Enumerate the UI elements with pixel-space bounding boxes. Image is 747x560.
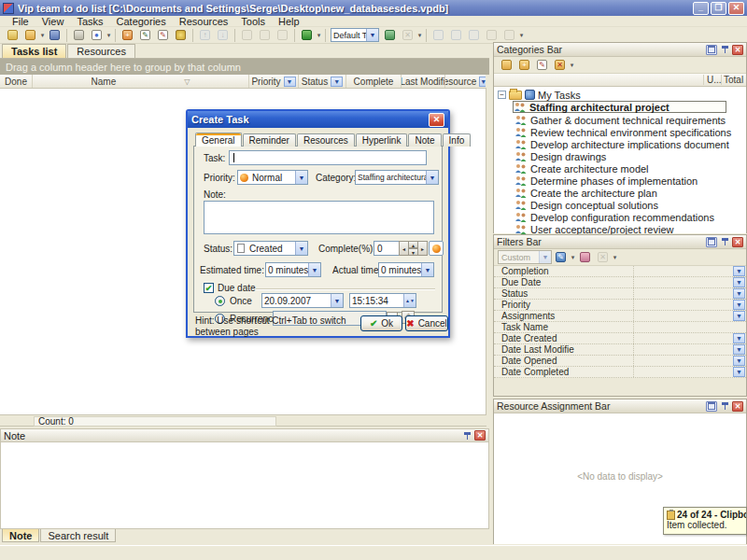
category-item[interactable]: Staffing architectural project bbox=[513, 101, 726, 113]
dialog-close-icon[interactable]: ✕ bbox=[429, 113, 444, 127]
print-icon[interactable] bbox=[71, 28, 87, 42]
unassign-resource-icon[interactable] bbox=[448, 28, 464, 42]
column-date-last-modified[interactable]: te Last Modifi▼ bbox=[402, 75, 445, 88]
priority-dropdown-icon[interactable]: ▼ bbox=[295, 171, 307, 184]
menu-tasks[interactable]: Tasks bbox=[70, 16, 109, 27]
column-priority[interactable]: Priority▼ bbox=[249, 75, 299, 88]
key-icon[interactable] bbox=[173, 28, 189, 42]
filter-row-status[interactable]: Status▼ bbox=[494, 288, 746, 300]
ok-button[interactable]: ✔ Ok bbox=[360, 315, 402, 331]
status-filter-icon[interactable]: ▼ bbox=[331, 77, 343, 87]
save-icon[interactable] bbox=[47, 28, 63, 42]
filter-row-priority[interactable]: Priority▼ bbox=[494, 300, 746, 311]
category-item[interactable]: Review technical environment specificati… bbox=[514, 126, 731, 138]
filter-row-date-created[interactable]: Date Created▼ bbox=[494, 333, 746, 344]
uncomplete-task-icon[interactable] bbox=[257, 28, 273, 42]
delete-task-icon[interactable]: ✎ bbox=[155, 28, 171, 42]
priority-combo[interactable]: Normal ▼ bbox=[237, 170, 308, 185]
filters-maximize-icon[interactable] bbox=[706, 237, 717, 247]
open-database-icon[interactable] bbox=[22, 28, 38, 42]
column-name[interactable]: Name▽ bbox=[33, 75, 249, 88]
delete-view-icon[interactable]: ✕ bbox=[400, 28, 416, 42]
edit-task-icon[interactable]: ✎ bbox=[137, 28, 153, 42]
column-unread[interactable]: U... bbox=[707, 75, 722, 85]
once-time-spinner[interactable]: 15:15:34 ▲▼ bbox=[349, 293, 416, 308]
filters-overflow-icon[interactable]: ▾ bbox=[612, 254, 618, 261]
group-by-band[interactable]: Drag a column header here to group by th… bbox=[0, 59, 489, 75]
filter-preset-combo[interactable]: Custom ▼ bbox=[498, 250, 552, 264]
dialog-tab-reminder[interactable]: Reminder bbox=[243, 133, 296, 147]
new-category-icon[interactable] bbox=[499, 58, 514, 72]
filter-dropdown-icon[interactable]: ▼ bbox=[733, 367, 745, 377]
filter-row-date-completed[interactable]: Date Completed▼ bbox=[494, 367, 746, 378]
note-close-icon[interactable]: ✕ bbox=[474, 430, 486, 441]
complete-task-icon[interactable] bbox=[239, 28, 255, 42]
category-item[interactable]: Develop configuration recommendations bbox=[514, 211, 714, 223]
dialog-tab-general[interactable]: General bbox=[195, 133, 242, 147]
actual-dropdown-icon[interactable]: ▼ bbox=[421, 263, 433, 276]
category-item[interactable]: Create the architecture plan bbox=[514, 187, 657, 199]
minimize-button[interactable]: _ bbox=[693, 2, 709, 15]
status-dropdown-icon[interactable]: ▼ bbox=[295, 242, 307, 255]
new-task-icon[interactable]: + bbox=[120, 28, 135, 42]
tree-root[interactable]: − My Tasks bbox=[498, 89, 581, 101]
menu-help[interactable]: Help bbox=[272, 16, 306, 27]
filter-dropdown-icon[interactable]: ▼ bbox=[733, 288, 745, 299]
actual-time-combo[interactable]: 0 minutes ▼ bbox=[378, 262, 434, 277]
category-dropdown-icon[interactable]: ▼ bbox=[426, 171, 438, 184]
task-view-combo[interactable]: Default Task V ▼ bbox=[331, 28, 379, 42]
category-item[interactable]: Determine phases of implementation bbox=[514, 175, 698, 187]
filter-row-due-date[interactable]: Due Date▼ bbox=[494, 277, 746, 288]
menu-file[interactable]: File bbox=[6, 16, 35, 27]
categories-close-icon[interactable]: ✕ bbox=[732, 45, 743, 55]
resource-close-icon[interactable]: ✕ bbox=[732, 401, 743, 412]
resource-dropdown-icon[interactable]: ▾ bbox=[518, 32, 525, 39]
note-pin-icon[interactable] bbox=[461, 430, 472, 441]
complete-reset-icon[interactable] bbox=[429, 241, 444, 256]
categories-overflow-icon[interactable]: ▾ bbox=[569, 62, 575, 69]
new-database-icon[interactable] bbox=[5, 28, 21, 42]
resource-pin-icon[interactable] bbox=[719, 401, 730, 412]
column-total[interactable]: Total bbox=[724, 75, 743, 85]
filters-close-icon[interactable]: ✕ bbox=[732, 237, 743, 247]
resource-list-icon[interactable] bbox=[466, 28, 482, 42]
dialog-tab-hyperlink[interactable]: Hyperlink bbox=[356, 133, 408, 147]
cancel-button[interactable]: ✖ Cancel bbox=[405, 315, 448, 331]
set-filter-icon[interactable]: ✎ bbox=[553, 250, 569, 264]
note-panel-body[interactable] bbox=[0, 442, 489, 529]
status-combo[interactable]: Created ▼ bbox=[233, 241, 308, 256]
estimated-dropdown-icon[interactable]: ▼ bbox=[308, 263, 320, 276]
time-spin-icons[interactable]: ▲▼ bbox=[403, 294, 416, 307]
column-complete[interactable]: Complete bbox=[346, 75, 402, 88]
spin-right-icon[interactable]: ▸ bbox=[417, 241, 428, 256]
print-preview-icon[interactable]: ● bbox=[89, 28, 105, 42]
apply-view-icon[interactable] bbox=[382, 28, 398, 42]
tab-search-result[interactable]: Search result bbox=[40, 529, 116, 542]
filter-row-completion[interactable]: Completion▼ bbox=[494, 266, 746, 277]
menu-tools[interactable]: Tools bbox=[234, 16, 272, 27]
filter-dropdown-icon[interactable]: ▼ bbox=[733, 277, 745, 287]
view-dropdown-icon[interactable]: ▾ bbox=[416, 32, 423, 39]
notification-dropdown-icon[interactable]: ▾ bbox=[316, 32, 322, 39]
filter-row-assignments[interactable]: Assignments▼ bbox=[494, 311, 746, 322]
resource-maximize-icon[interactable] bbox=[706, 401, 717, 412]
filter-dropdown-icon[interactable]: ▼ bbox=[733, 333, 745, 343]
note-textarea[interactable] bbox=[204, 201, 434, 234]
resource-filter-icon[interactable]: ▼ bbox=[479, 77, 486, 87]
complete-input[interactable]: 0 bbox=[374, 241, 400, 256]
move-down-icon[interactable]: ↓ bbox=[215, 28, 231, 42]
once-radio[interactable] bbox=[215, 296, 225, 306]
filter-dropdown-icon[interactable]: ▼ bbox=[733, 311, 745, 321]
estimated-time-combo[interactable]: 0 minutes ▼ bbox=[265, 262, 321, 277]
filter-preset-dropdown-icon[interactable]: ▼ bbox=[539, 251, 551, 263]
category-item[interactable]: Create architecture model bbox=[514, 162, 649, 175]
collapse-icon[interactable]: − bbox=[498, 91, 506, 99]
category-item[interactable]: Gather & document technical requirements bbox=[514, 114, 726, 126]
assign-resource-icon[interactable] bbox=[430, 28, 446, 42]
dialog-tab-note[interactable]: Note bbox=[408, 133, 441, 147]
open-dropdown-icon[interactable]: ▾ bbox=[39, 32, 46, 39]
dialog-tab-info[interactable]: Info bbox=[443, 133, 472, 147]
tab-note[interactable]: Note bbox=[2, 529, 39, 542]
categories-pin-icon[interactable] bbox=[719, 45, 730, 55]
filter-row-date-opened[interactable]: Date Opened▼ bbox=[494, 356, 746, 367]
